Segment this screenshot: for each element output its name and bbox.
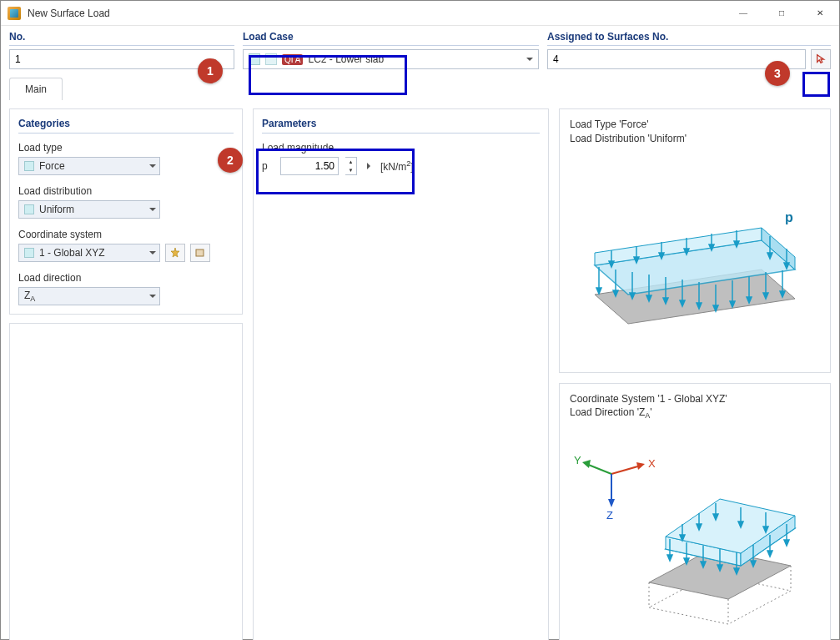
categories-title: Categories bbox=[18, 118, 234, 134]
col-mid: Parameters Load magnitude p ▲ ▼ [kN/m2] bbox=[253, 108, 549, 640]
svg-line-48 bbox=[586, 464, 611, 474]
load-dist-value: Uniform bbox=[39, 204, 74, 215]
tabs-row: Main bbox=[1, 74, 839, 100]
main-area: Categories Load type Force Load distribu… bbox=[1, 100, 839, 640]
coord-select[interactable]: 1 - Global XYZ bbox=[18, 244, 160, 262]
spinner-down-icon[interactable]: ▼ bbox=[345, 166, 356, 174]
loadcase-color2-icon bbox=[265, 53, 277, 65]
app-icon bbox=[8, 7, 21, 20]
svg-rect-0 bbox=[196, 249, 204, 256]
pick-surface-button[interactable] bbox=[811, 49, 831, 69]
magnitude-spinner[interactable]: ▲ ▼ bbox=[345, 157, 357, 175]
edit-coord-button[interactable] bbox=[190, 244, 210, 262]
preview-load-title: Load Type 'Force'Load Distribution 'Unif… bbox=[570, 118, 820, 146]
loadcase-dropdown[interactable]: QI A LC2 - Lower slab bbox=[243, 49, 539, 69]
loadcase-text: LC2 - Lower slab bbox=[308, 53, 384, 65]
tab-main[interactable]: Main bbox=[9, 78, 63, 100]
loadcase-value-box: QI A LC2 - Lower slab bbox=[249, 53, 384, 65]
loadcase-color-icon bbox=[249, 53, 260, 65]
load-type-label: Load type bbox=[18, 142, 234, 154]
svg-marker-65 bbox=[667, 555, 672, 561]
load-type-color-icon bbox=[24, 161, 34, 171]
svg-marker-52 bbox=[608, 499, 615, 507]
p-label: p bbox=[785, 210, 793, 224]
minimize-button[interactable]: — bbox=[724, 1, 762, 26]
left-blank-panel bbox=[9, 323, 243, 640]
window-title: New Surface Load bbox=[28, 8, 724, 19]
parameters-title: Parameters bbox=[262, 118, 540, 134]
magnitude-input[interactable] bbox=[280, 157, 339, 175]
loadcase-tag: QI A bbox=[282, 54, 303, 65]
coord-label: Coordinate system bbox=[18, 229, 234, 240]
annotation-badge-1: 1 bbox=[198, 58, 223, 83]
annotation-badge-3: 3 bbox=[765, 61, 790, 86]
box-icon bbox=[194, 247, 206, 259]
content-area: No. Load Case QI A LC2 - Lower slab Assi… bbox=[1, 26, 839, 640]
load-type-value: Force bbox=[39, 160, 65, 172]
direction-value: ZA bbox=[24, 290, 35, 303]
maximize-button[interactable]: □ bbox=[762, 1, 801, 26]
svg-line-45 bbox=[611, 466, 641, 474]
preview-load: Load Type 'Force'Load Distribution 'Unif… bbox=[559, 108, 831, 373]
coord-value: 1 - Global XYZ bbox=[39, 247, 105, 259]
close-button[interactable]: ✕ bbox=[801, 1, 839, 26]
preview-direction-svg: X Y Z bbox=[570, 428, 820, 637]
loadcase-label: Load Case bbox=[243, 31, 539, 46]
svg-marker-49 bbox=[582, 460, 591, 468]
magnitude-symbol: p bbox=[262, 160, 274, 172]
svg-marker-6 bbox=[596, 288, 601, 294]
no-label: No. bbox=[9, 31, 234, 46]
cursor-pick-icon bbox=[815, 53, 827, 65]
svg-marker-77 bbox=[767, 551, 772, 557]
spinner-up-icon[interactable]: ▲ bbox=[345, 158, 356, 166]
load-dist-label: Load distribution bbox=[18, 185, 234, 197]
assigned-label: Assigned to Surfaces No. bbox=[547, 31, 831, 46]
svg-text:Y: Y bbox=[574, 454, 581, 466]
svg-text:X: X bbox=[648, 457, 656, 470]
dialog-window: New Surface Load — □ ✕ No. Load Case QI … bbox=[0, 0, 840, 640]
col-left: Categories Load type Force Load distribu… bbox=[9, 108, 243, 640]
direction-select[interactable]: ZA bbox=[18, 287, 160, 305]
coord-color-icon bbox=[24, 248, 34, 258]
magnitude-label: Load magnitude bbox=[262, 142, 540, 154]
field-loadcase: Load Case QI A LC2 - Lower slab bbox=[243, 31, 539, 69]
svg-text:Z: Z bbox=[606, 509, 613, 522]
magnitude-unit: [kN/m2] bbox=[380, 159, 414, 173]
annotation-badge-2: 2 bbox=[218, 148, 243, 173]
col-right: Load Type 'Force'Load Distribution 'Unif… bbox=[559, 108, 831, 640]
arrow-right-icon[interactable] bbox=[367, 163, 374, 169]
svg-marker-79 bbox=[784, 540, 789, 546]
chevron-down-icon bbox=[525, 55, 533, 63]
chevron-down-icon bbox=[148, 205, 156, 214]
chevron-down-icon bbox=[148, 162, 156, 170]
direction-label: Load direction bbox=[18, 272, 234, 284]
new-star-icon bbox=[169, 247, 181, 259]
load-dist-select[interactable]: Uniform bbox=[18, 200, 160, 219]
titlebar: New Surface Load — □ ✕ bbox=[1, 1, 839, 26]
window-controls: — □ ✕ bbox=[724, 1, 839, 26]
new-coord-button[interactable] bbox=[165, 244, 185, 262]
preview-direction-title: Coordinate System '1 - Global XYZ' Load … bbox=[570, 392, 820, 422]
magnitude-row: p ▲ ▼ [kN/m2] bbox=[262, 157, 540, 175]
load-type-select[interactable]: Force bbox=[18, 157, 160, 175]
chevron-down-icon bbox=[148, 292, 156, 300]
top-row: No. Load Case QI A LC2 - Lower slab Assi… bbox=[1, 26, 839, 74]
svg-marker-46 bbox=[636, 462, 645, 470]
load-dist-color-icon bbox=[24, 204, 34, 214]
chevron-down-icon bbox=[148, 249, 156, 257]
preview-load-svg: p bbox=[570, 153, 820, 361]
categories-panel: Categories Load type Force Load distribu… bbox=[9, 108, 243, 315]
field-assigned: Assigned to Surfaces No. bbox=[547, 31, 831, 69]
parameters-panel: Parameters Load magnitude p ▲ ▼ [kN/m2] bbox=[253, 108, 549, 640]
preview-direction: Coordinate System '1 - Global XYZ' Load … bbox=[559, 383, 831, 640]
